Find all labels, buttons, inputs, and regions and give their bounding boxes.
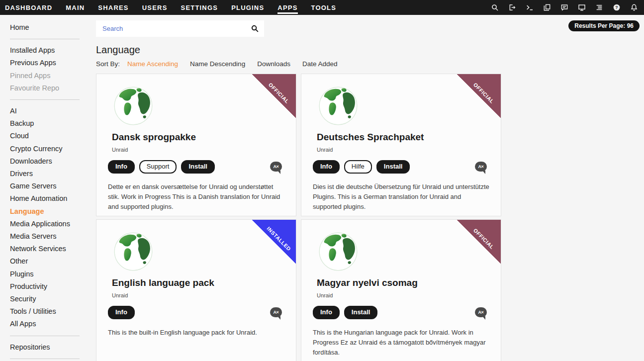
feedback-icon[interactable] (560, 3, 568, 11)
translate-icon: A× (270, 162, 282, 172)
ribbon-installed: INSTALLED (252, 220, 296, 264)
sidebar-divider (10, 99, 80, 100)
translate-icon: A× (270, 307, 282, 317)
app-author: Unraid (112, 147, 284, 153)
info-button[interactable]: Info (108, 306, 135, 319)
app-author: Unraid (112, 292, 284, 298)
app-title: English language pack (112, 277, 284, 288)
sidebar-item-backup[interactable]: Backup (10, 117, 90, 130)
info-button[interactable]: Info (108, 160, 135, 174)
sidebar-item-installed-apps[interactable]: Installed Apps (10, 44, 90, 57)
nav-item-tools[interactable]: TOOLS (311, 0, 337, 15)
app-description: Dette er en dansk oversættelse for Unrai… (108, 182, 286, 212)
help-icon[interactable]: ? (613, 3, 621, 11)
nav-item-dashboard[interactable]: DASHBOARD (5, 0, 52, 15)
log-icon[interactable] (595, 3, 603, 11)
ribbon-official: OFFICIAL (457, 220, 501, 264)
sidebar-item-drivers[interactable]: Drivers (10, 168, 90, 180)
sidebar-item-cloud[interactable]: Cloud (10, 130, 90, 142)
install-button[interactable]: Install (344, 306, 378, 319)
app-grid: OFFICIALDansk sprogpakkeUnraidInfoSuppor… (96, 74, 644, 361)
sidebar-divider (10, 359, 80, 359)
nav-item-users[interactable]: USERS (142, 0, 168, 15)
sidebar-item-productivity[interactable]: Productivity (10, 280, 90, 293)
app-actions: InfoHilfeInstallA× (313, 160, 489, 174)
search-input[interactable] (96, 20, 264, 37)
top-nav: DASHBOARDMAINSHARESUSERSSETTINGSPLUGINSA… (0, 0, 644, 15)
sidebar-item-language[interactable]: Language (10, 205, 90, 218)
notifications-icon[interactable] (630, 3, 638, 11)
terminal-icon[interactable] (526, 3, 534, 11)
ribbon-official: OFFICIAL (252, 74, 296, 118)
sidebar-item-ai[interactable]: AI (10, 105, 90, 117)
sidebar-item-security[interactable]: Security (10, 293, 90, 305)
monitor-icon[interactable] (578, 3, 586, 11)
search-icon[interactable] (251, 24, 259, 33)
app-description: This is the built-in English language pa… (108, 328, 286, 338)
globe-icon[interactable] (112, 85, 155, 127)
sidebar-item-crypto-currency[interactable]: Crypto Currency (10, 143, 90, 155)
results-per-page-badge[interactable]: Results Per Page: 96 (568, 20, 640, 31)
sort-bar: Sort By: Name AscendingName DescendingDo… (96, 60, 644, 68)
nav-item-plugins[interactable]: PLUGINS (231, 0, 264, 15)
primary-nav: DASHBOARDMAINSHARESUSERSSETTINGSPLUGINSA… (5, 0, 336, 15)
sort-name-ascending[interactable]: Name Ascending (127, 60, 178, 68)
sidebar-item-tools-utilities[interactable]: Tools / Utilities (10, 305, 90, 318)
app-card: OFFICIALDeutsches SprachpaketUnraidInfoH… (301, 74, 501, 216)
app-actions: InfoInstallA× (313, 306, 489, 319)
app-card: INSTALLEDEnglish language packUnraidInfo… (96, 219, 296, 361)
nav-item-apps[interactable]: APPS (277, 0, 297, 15)
sidebar-item-repositories[interactable]: Repositories (10, 341, 90, 354)
app-title: Magyar nyelvi csomag (317, 277, 489, 288)
hilfe-button[interactable]: Hilfe (344, 160, 372, 174)
copy-icon[interactable] (543, 3, 551, 11)
app-description: This is the Hungarian language pack for … (313, 328, 491, 358)
nav-item-shares[interactable]: SHARES (98, 0, 128, 15)
results-per-page-value: 96 (627, 22, 634, 29)
sidebar-item-network-services[interactable]: Network Services (10, 243, 90, 255)
app-title: Dansk sprogpakke (112, 132, 284, 143)
sort-downloads[interactable]: Downloads (257, 60, 290, 68)
sidebar-item-favourite-repo: Favourite Repo (10, 82, 90, 94)
sidebar-item-media-applications[interactable]: Media Applications (10, 218, 90, 230)
sort-options: Name AscendingName DescendingDownloadsDa… (127, 60, 337, 68)
support-button[interactable]: Support (139, 160, 177, 174)
sidebar-item-previous-apps[interactable]: Previous Apps (10, 57, 90, 69)
app-card: OFFICIALMagyar nyelvi csomagUnraidInfoIn… (301, 219, 501, 361)
sidebar-divider (10, 336, 80, 336)
info-button[interactable]: Info (313, 306, 340, 319)
install-button[interactable]: Install (181, 160, 215, 174)
app-author: Unraid (317, 292, 489, 298)
ribbon-label: INSTALLED (255, 219, 296, 263)
app-card: OFFICIALDansk sprogpakkeUnraidInfoSuppor… (96, 74, 296, 216)
translate-icon: A× (475, 162, 487, 172)
globe-icon[interactable] (317, 85, 360, 127)
sidebar-divider (10, 39, 80, 39)
app-description: Dies ist die deutsche Übersetzung für Un… (313, 182, 491, 212)
sidebar-item-all-apps[interactable]: All Apps (10, 318, 90, 330)
ribbon-label: OFFICIAL (460, 74, 501, 117)
sidebar-item-other[interactable]: Other (10, 255, 90, 268)
sidebar-item-plugins[interactable]: Plugins (10, 268, 90, 280)
nav-item-main[interactable]: MAIN (66, 0, 85, 15)
sidebar-item-media-servers[interactable]: Media Servers (10, 230, 90, 243)
sidebar-item-home-automation[interactable]: Home Automation (10, 192, 90, 205)
svg-text:?: ? (615, 5, 618, 10)
nav-item-settings[interactable]: SETTINGS (181, 0, 218, 15)
sidebar-item-home[interactable]: Home (10, 21, 90, 34)
main-content: Language Sort By: Name AscendingName Des… (90, 15, 644, 361)
info-button[interactable]: Info (313, 160, 340, 174)
globe-icon[interactable] (317, 230, 360, 273)
app-title: Deutsches Sprachpaket (317, 132, 489, 143)
sidebar-item-game-servers[interactable]: Game Servers (10, 180, 90, 192)
ribbon-label: OFFICIAL (460, 219, 501, 263)
search-icon[interactable] (491, 3, 499, 11)
sign-out-icon[interactable] (508, 3, 516, 11)
sidebar-item-downloaders[interactable]: Downloaders (10, 155, 90, 168)
globe-icon[interactable] (112, 230, 155, 273)
install-button[interactable]: Install (376, 160, 410, 174)
sort-name-descending[interactable]: Name Descending (190, 60, 245, 68)
ribbon-label: OFFICIAL (255, 74, 296, 117)
sidebar-item-pinned-apps: Pinned Apps (10, 70, 90, 82)
sort-date-added[interactable]: Date Added (302, 60, 338, 68)
